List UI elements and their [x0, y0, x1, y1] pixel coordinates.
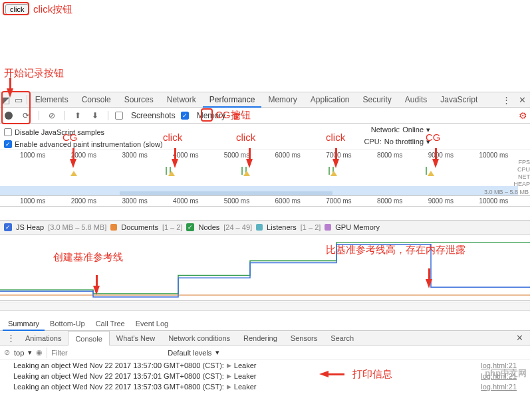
nodes-check[interactable]: ✓: [186, 223, 194, 231]
event-marker: [168, 171, 175, 176]
nodes-label: Nodes: [198, 223, 219, 231]
tab-bottomup[interactable]: Bottom-Up: [45, 316, 90, 331]
tab-sources[interactable]: Sources: [118, 92, 160, 108]
drawer-tab-animations[interactable]: Animations: [19, 331, 68, 345]
console-log-line[interactable]: Leaking an object Wed Nov 22 2017 13:57:…: [0, 381, 530, 392]
horizontal-scrollbar[interactable]: [0, 302, 530, 311]
enable-paint-checkbox[interactable]: ✓: [4, 140, 12, 148]
arrow-click-1: [172, 159, 178, 168]
log-text: Leaking an object Wed Nov 22 2017 13:57:…: [13, 383, 224, 391]
load-button[interactable]: ⬆: [72, 110, 84, 122]
tab-summary[interactable]: Summary: [3, 316, 45, 331]
tab-elements[interactable]: Elements: [29, 92, 75, 108]
drawer-tab-netcond[interactable]: Network conditions: [162, 331, 237, 345]
close-icon[interactable]: ✕: [514, 95, 530, 105]
log-object[interactable]: Leaker: [234, 383, 257, 391]
annot-start-record: 开始记录按钮: [4, 67, 64, 80]
tab-eventlog[interactable]: Event Log: [130, 316, 174, 331]
arrow-print: [319, 371, 329, 377]
record-button[interactable]: [3, 110, 15, 122]
tab-application[interactable]: Application: [304, 92, 356, 108]
context-select[interactable]: top: [14, 349, 24, 357]
cpu-select[interactable]: No throttling: [384, 136, 424, 148]
device-icon[interactable]: ▭: [13, 95, 25, 105]
event-tick: [166, 167, 167, 175]
log-source[interactable]: log.html:21: [481, 383, 517, 391]
gpu-label: GPU Memory: [335, 223, 380, 231]
console-output: Leaking an object Wed Nov 22 2017 13:57:…: [0, 360, 530, 392]
separator: [108, 111, 108, 120]
cpu-label: CPU:: [364, 136, 381, 148]
chevron-down-icon: ▾: [426, 136, 430, 148]
network-select[interactable]: Online: [402, 124, 424, 136]
clear-button[interactable]: ⊘: [46, 110, 58, 122]
levels-select[interactable]: Default levels: [168, 349, 211, 357]
listeners-check[interactable]: [256, 224, 263, 231]
disable-js-samples-checkbox[interactable]: [4, 128, 12, 136]
collect-garbage-button[interactable]: 🗑: [231, 110, 243, 122]
memory-legend: ✓ JS Heap [3.0 MB – 5.8 MB] Documents [1…: [0, 220, 530, 235]
page-click-button[interactable]: click: [5, 4, 29, 15]
tab-security[interactable]: Security: [356, 92, 398, 108]
overview-chart[interactable]: FPS CPU NET HEAP 3.0 MB – 5.8 MB: [0, 159, 530, 196]
drawer-more-icon[interactable]: ⋮: [3, 333, 19, 343]
clear-console-icon[interactable]: ⊘: [4, 348, 10, 357]
reload-button[interactable]: ⟳: [20, 110, 32, 122]
expand-icon[interactable]: ▶: [227, 383, 231, 390]
drawer-tabs: ⋮ Animations Console What's New Network …: [0, 331, 530, 345]
event-tick: [241, 167, 243, 175]
capture-settings: Disable JavaScript samples Network: Onli…: [0, 124, 530, 150]
drawer-close-icon[interactable]: ✕: [511, 333, 527, 343]
event-marker: [331, 171, 337, 176]
tab-network[interactable]: Network: [160, 92, 203, 108]
settings-gear-icon[interactable]: ⚙: [519, 110, 527, 121]
tab-jsprofiler[interactable]: JavaScript Profiler: [434, 92, 498, 108]
listeners-range: [1 – 2]: [301, 223, 321, 231]
console-log-line[interactable]: Leaking an object Wed Nov 22 2017 13:57:…: [0, 371, 530, 381]
console-log-line[interactable]: Leaking an object Wed Nov 22 2017 13:57:…: [0, 360, 530, 371]
separator: [27, 95, 27, 104]
jsheap-label: JS Heap: [16, 223, 44, 231]
memory-label: Memory: [197, 111, 225, 120]
drawer-tab-search[interactable]: Search: [324, 331, 360, 345]
drawer-tab-rendering[interactable]: Rendering: [237, 331, 284, 345]
tab-memory[interactable]: Memory: [261, 92, 303, 108]
tab-audits[interactable]: Audits: [398, 92, 434, 108]
network-label: Network:: [371, 124, 400, 136]
gpu-check[interactable]: [325, 224, 331, 231]
tab-calltree[interactable]: Call Tree: [90, 316, 130, 331]
screenshots-checkbox[interactable]: [115, 112, 123, 120]
save-button[interactable]: ⬇: [89, 110, 101, 122]
eye-icon[interactable]: ◉: [36, 348, 43, 357]
event-marker: [243, 171, 250, 176]
chevron-down-icon: ▾: [426, 124, 430, 136]
console-filter-bar: ⊘ top ▾ ◉ Default levels ▾: [0, 345, 530, 360]
details-tabs: Summary Bottom-Up Call Tree Event Log: [0, 316, 530, 331]
tab-performance[interactable]: Performance: [203, 92, 262, 108]
memory-graph[interactable]: [0, 235, 530, 301]
jsheap-check[interactable]: ✓: [4, 223, 12, 231]
arrow-record: [7, 88, 13, 98]
arrow-leak: [426, 279, 432, 288]
timeline-overview[interactable]: 1000 ms2000 ms3000 ms4000 ms5000 ms6000 …: [0, 151, 530, 207]
drawer-tab-sensors[interactable]: Sensors: [284, 331, 324, 345]
tab-console[interactable]: Console: [75, 92, 118, 108]
expand-icon[interactable]: ▶: [227, 373, 231, 379]
arrow-baseline: [93, 286, 100, 295]
drawer-tab-whatsnew[interactable]: What's New: [110, 331, 162, 345]
heap-range: 3.0 MB – 5.8 MB: [484, 189, 529, 195]
arrow-click-2: [246, 159, 253, 168]
documents-check[interactable]: [110, 224, 117, 231]
console-filter-input[interactable]: [47, 347, 160, 358]
listeners-label: Listeners: [267, 223, 297, 231]
log-object[interactable]: Leaker: [234, 361, 257, 369]
log-object[interactable]: Leaker: [234, 372, 257, 380]
memory-checkbox[interactable]: ✓: [181, 112, 189, 120]
arrow-cg-1: [70, 159, 76, 168]
expand-icon[interactable]: ▶: [227, 362, 231, 369]
performance-toolbar: ⟳ ⊘ ⬆ ⬇ Screenshots ✓ Memory 🗑 ⚙: [0, 108, 530, 124]
log-text: Leaking an object Wed Nov 22 2017 13:57:…: [13, 361, 224, 369]
drawer-tab-console[interactable]: Console: [68, 331, 109, 345]
more-icon[interactable]: ⋮: [498, 95, 514, 105]
arrow-click-3: [332, 159, 339, 168]
